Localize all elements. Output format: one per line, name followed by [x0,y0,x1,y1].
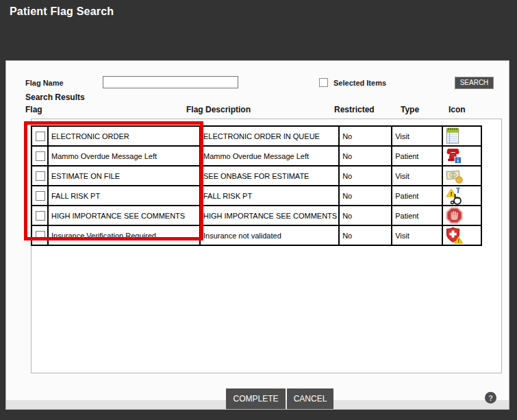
description-cell: Mammo Overdue Message Left [200,146,339,166]
column-header-flag: Flag [25,105,42,114]
table-row: ESTIMATE ON FILE SEE ONBASE FOR ESTIMATE… [31,166,481,186]
flag-cell: Insurance Verification Required [48,225,200,245]
flag-cell: FALL RISK PT [48,186,200,206]
restricted-cell: No [339,126,392,146]
description-cell: Insurance not validated [200,225,339,245]
type-cell: Patient [392,186,442,206]
description-cell: HIGH IMPORTANCE SEE COMMENTS [200,206,339,225]
dialog-panel: Flag Name Selected Items SEARCH Search R… [5,60,509,410]
row-checkbox[interactable] [36,231,45,240]
row-checkbox[interactable] [36,151,45,161]
flag-name-input[interactable] [103,76,238,88]
results-table: ELECTRONIC ORDER ELECTRONIC ORDER IN QUE… [31,125,482,246]
search-results-label: Search Results [25,92,85,102]
selected-items-checkbox[interactable] [319,78,328,87]
complete-button[interactable]: COMPLETE [226,388,286,409]
dialog-title: Patient Flag Search [10,5,114,18]
type-cell: Visit [392,166,442,186]
row-checkbox[interactable] [36,191,45,201]
restricted-cell: No [339,206,392,225]
description-cell: ELECTRONIC ORDER IN QUEUE [200,126,339,146]
stop-hand-icon [446,207,463,224]
column-header-icon: Icon [449,105,466,114]
flag-cell: HIGH IMPORTANCE SEE COMMENTS [48,206,200,225]
type-cell: Patient [392,206,442,225]
restricted-cell: No [339,186,392,206]
medical-shield-warning-icon: ! [446,227,463,244]
type-cell: Patient [392,146,442,166]
phone-message-icon: i [446,147,462,164]
svg-text:!: ! [451,190,453,197]
table-row: Mammo Overdue Message Left Mammo Overdue… [31,146,481,166]
help-icon[interactable]: ? [485,392,496,404]
svg-text:0: 0 [452,173,455,177]
svg-text:!: ! [457,238,459,244]
column-header-description: Flag Description [186,105,251,114]
results-table-body: ELECTRONIC ORDER ELECTRONIC ORDER IN QUE… [31,126,481,245]
column-header-type: Type [401,105,419,114]
column-header-restricted: Restricted [334,105,375,114]
restricted-cell: No [339,225,392,245]
table-row: FALL RISK PT FALL RISK PT No Patient ! [31,186,481,206]
notepad-icon [446,127,459,145]
table-row: Insurance Verification Required Insuranc… [31,225,481,245]
search-button[interactable]: SEARCH [455,77,494,89]
restricted-cell: No [339,146,392,166]
description-cell: SEE ONBASE FOR ESTIMATE [200,166,339,186]
restricted-cell: No [339,166,392,186]
row-checkbox[interactable] [36,171,45,181]
flag-cell: Mammo Overdue Message Left [48,146,200,166]
row-checkbox[interactable] [36,211,45,221]
description-cell: FALL RISK PT [200,186,339,206]
footer-buttons: COMPLETE CANCEL [226,388,333,409]
row-checkbox[interactable] [36,132,45,141]
flag-name-label: Flag Name [25,79,64,87]
flag-cell: ELECTRONIC ORDER [48,126,200,146]
money-icon: 0 [446,168,463,184]
type-cell: Visit [392,225,442,245]
table-row: ELECTRONIC ORDER ELECTRONIC ORDER IN QUE… [31,126,481,146]
selected-items-label: Selected Items [333,79,386,87]
cancel-button[interactable]: CANCEL [287,388,333,409]
fall-risk-icon: ! [446,187,464,205]
type-cell: Visit [392,126,442,146]
table-row: HIGH IMPORTANCE SEE COMMENTS HIGH IMPORT… [31,206,481,225]
flag-cell: ESTIMATE ON FILE [48,166,200,186]
